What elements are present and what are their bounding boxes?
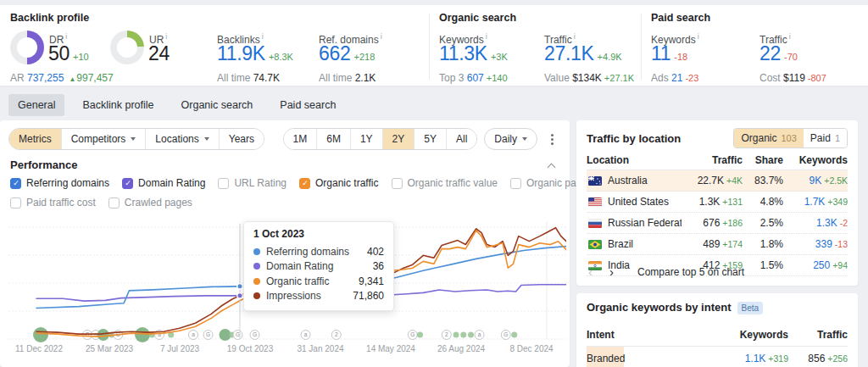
tooltip-series-value: 402 bbox=[367, 246, 384, 258]
filter-locations[interactable]: Locations bbox=[146, 129, 219, 149]
backlinks-value[interactable]: 11.9K bbox=[217, 42, 265, 64]
keywords-cell: 339-13 bbox=[783, 238, 848, 250]
more-options-button[interactable] bbox=[544, 128, 559, 150]
rect bbox=[588, 261, 602, 264]
metric-label: Paid traffic cost bbox=[26, 197, 96, 209]
filter-competitors[interactable]: Competitors bbox=[62, 129, 147, 149]
keywords-link[interactable]: 250 bbox=[813, 259, 830, 271]
intent-table-header: IntentKeywordsTraffic bbox=[587, 324, 848, 347]
traffic-change: +174 bbox=[722, 239, 743, 249]
chevron-down-icon bbox=[204, 137, 209, 141]
metric-label: URL Rating bbox=[234, 177, 287, 189]
prev-page-icon[interactable] bbox=[588, 266, 593, 278]
x-tick-label: 25 Mar 2023 bbox=[79, 344, 140, 353]
info-icon[interactable] bbox=[486, 32, 487, 41]
organic-search-title: Organic search bbox=[439, 12, 516, 24]
backlinks-change: +8.3K bbox=[269, 52, 293, 62]
metric-toggle-url-rating[interactable]: URL Rating bbox=[218, 177, 287, 189]
metric-toggle-organic-traffic[interactable]: Organic traffic bbox=[299, 177, 378, 189]
range-6m[interactable]: 6M bbox=[317, 129, 351, 149]
refdomains-value[interactable]: 662 bbox=[319, 42, 350, 64]
paid-traffic-value[interactable]: 22 bbox=[760, 42, 781, 64]
checkbox bbox=[392, 178, 403, 189]
cost-change: -807 bbox=[808, 73, 826, 83]
filter-label: Competitors bbox=[71, 133, 126, 145]
organic-traffic-value[interactable]: 27.1K bbox=[544, 42, 594, 64]
keywords-change: +2.5K bbox=[824, 175, 848, 186]
location-row-australia[interactable]: Australia22.7K+4K83.7%9K+2.5K bbox=[587, 170, 848, 192]
range-5y[interactable]: 5Y bbox=[415, 129, 447, 149]
keywords-link[interactable]: 339 bbox=[815, 238, 832, 250]
metric-toggle-domain-rating[interactable]: Domain Rating bbox=[122, 177, 205, 189]
column-header-traffic: Traffic bbox=[788, 329, 848, 341]
au-flag-icon bbox=[588, 176, 602, 186]
range-1y[interactable]: 1Y bbox=[351, 129, 383, 149]
info-icon[interactable] bbox=[698, 32, 699, 41]
google-update-letter: 2 bbox=[445, 331, 448, 337]
toggle-paid[interactable]: Paid1 bbox=[804, 129, 847, 147]
metric-toggle-paid-traffic-cost[interactable]: Paid traffic cost bbox=[10, 197, 96, 209]
share-cell: 2.5% bbox=[743, 217, 783, 229]
keywords-link[interactable]: 9K bbox=[810, 175, 822, 186]
granularity-dropdown[interactable]: Daily bbox=[484, 128, 537, 150]
paid-keywords-value[interactable]: 11 bbox=[651, 42, 670, 64]
toggle-organic[interactable]: Organic103 bbox=[734, 129, 803, 147]
info-icon[interactable] bbox=[262, 32, 264, 41]
series-dot-icon bbox=[253, 278, 260, 285]
range-all[interactable]: All bbox=[447, 129, 476, 149]
keywords-link[interactable]: 1.1K bbox=[745, 353, 766, 364]
keywords-cell: 1.7K+349 bbox=[783, 196, 848, 208]
x-tick-label: 14 May 2024 bbox=[360, 344, 421, 353]
compare-top5-link[interactable]: Compare top 5 on chart bbox=[637, 266, 744, 278]
value-label: Value bbox=[544, 72, 570, 84]
google-update-letter: a bbox=[192, 331, 195, 337]
google-update-letter: a bbox=[304, 331, 308, 337]
paid-keywords-change: -18 bbox=[674, 52, 687, 62]
range-1m[interactable]: 1M bbox=[284, 129, 318, 149]
metric-toggle-organic-traffic-value[interactable]: Organic traffic value bbox=[392, 177, 498, 189]
rect bbox=[588, 221, 602, 225]
next-page-icon[interactable] bbox=[609, 266, 614, 278]
range-2y[interactable]: 2Y bbox=[383, 129, 415, 149]
dr-change: +10 bbox=[73, 52, 89, 62]
tab-general[interactable]: General bbox=[8, 94, 64, 116]
metric-toggle-referring-domains[interactable]: Referring domains bbox=[10, 177, 109, 189]
tooltip-series-value: 9,341 bbox=[359, 275, 384, 287]
ar-delta: 997,457 bbox=[76, 72, 113, 84]
tab-paid-search[interactable]: Paid search bbox=[270, 94, 345, 116]
info-icon[interactable] bbox=[65, 32, 67, 41]
filter-metrics[interactable]: Metrics bbox=[9, 129, 62, 149]
location-row-russian-federation[interactable]: Russian Federation676+1862.5%1.3K-2 bbox=[587, 213, 848, 234]
collapse-chevron-up-icon[interactable] bbox=[548, 163, 556, 170]
circle bbox=[596, 182, 597, 183]
keywords-link[interactable]: 1.7K bbox=[804, 196, 826, 208]
paid-traffic-change: -70 bbox=[784, 52, 798, 62]
intent-row-branded[interactable]: Branded1.1K+319856+256 bbox=[587, 347, 848, 367]
tab-backlink-profile[interactable]: Backlink profile bbox=[73, 94, 163, 116]
tab-organic-search[interactable]: Organic search bbox=[172, 94, 263, 116]
info-icon[interactable] bbox=[381, 32, 382, 41]
value-amount: $134K bbox=[572, 72, 602, 84]
info-icon[interactable] bbox=[165, 32, 167, 41]
backlinks-alltime: All time 74.7K bbox=[217, 72, 280, 84]
top3-value[interactable]: 607 bbox=[467, 72, 484, 84]
info-icon[interactable] bbox=[789, 32, 791, 41]
location-row-united-states[interactable]: United States1.3K+1314.8%1.7K+349 bbox=[587, 192, 848, 213]
metric-toggle-crawled-pages[interactable]: Crawled pages bbox=[108, 197, 192, 209]
info-icon[interactable] bbox=[574, 32, 576, 41]
metric-label: Domain Rating bbox=[138, 177, 205, 189]
ads-value[interactable]: 21 bbox=[671, 72, 682, 84]
filter-group: MetricsCompetitorsLocationsYears bbox=[8, 128, 264, 150]
overview-page: Backlink profile DR 50+10 UR 24 AR 737,2… bbox=[0, 0, 868, 367]
ar-value[interactable]: 737,255 bbox=[27, 72, 64, 84]
location-row-brazil[interactable]: Brazil489+1741.8%339-13 bbox=[587, 234, 848, 255]
x-tick-label: 26 Aug 2024 bbox=[431, 344, 492, 353]
filter-years[interactable]: Years bbox=[220, 129, 264, 149]
keywords-link[interactable]: 1.3K bbox=[816, 217, 837, 229]
organic-keywords-value[interactable]: 11.3K bbox=[439, 42, 487, 64]
overview-header: Backlink profile DR 50+10 UR 24 AR 737,2… bbox=[0, 5, 868, 86]
keywords-change: +94 bbox=[832, 260, 848, 270]
tooltip-row: Organic traffic9,341 bbox=[253, 274, 384, 289]
google-update-marker bbox=[460, 332, 466, 338]
location-card-header: Traffic by location Organic103 Paid1 bbox=[587, 128, 848, 148]
